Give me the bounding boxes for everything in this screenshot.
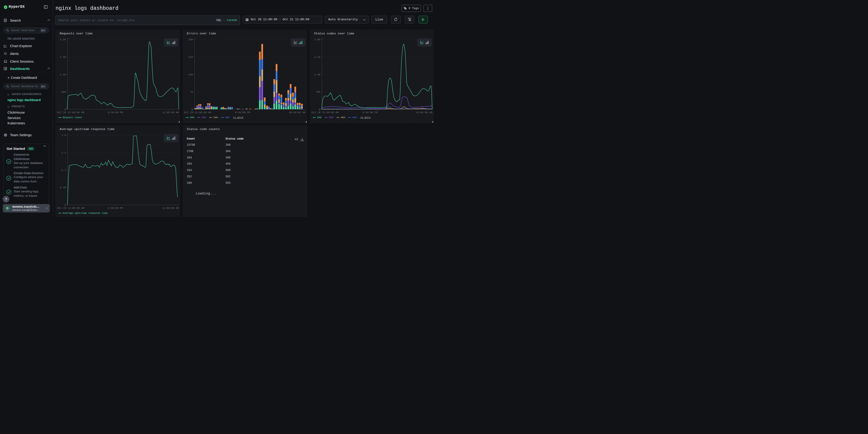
svg-text:1.4: 1.4 bbox=[61, 134, 66, 136]
svg-text:0: 0 bbox=[64, 204, 66, 206]
svg-text:1.6K: 1.6K bbox=[60, 73, 66, 76]
svg-text:2.1K: 2.1K bbox=[314, 56, 320, 58]
svg-text:1.4K: 1.4K bbox=[314, 73, 320, 76]
svg-text:Oct 20 11:00:00 AM: Oct 20 11:00:00 AM bbox=[311, 111, 339, 114]
svg-text:Oct 20 11:00:00 AM: Oct 20 11:00:00 AM bbox=[184, 111, 211, 114]
svg-text:9:30:00 PM: 9:30:00 PM bbox=[108, 207, 123, 209]
svg-text:9:30:00 PM: 9:30:00 PM bbox=[363, 111, 377, 114]
svg-text:2.4K: 2.4K bbox=[60, 56, 66, 58]
svg-text:800: 800 bbox=[61, 91, 66, 93]
svg-text:10:30:00 AM: 10:30:00 AM bbox=[288, 111, 305, 114]
svg-text:0: 0 bbox=[319, 108, 320, 111]
svg-text:Oct 20 11:00:00 AM: Oct 20 11:00:00 AM bbox=[57, 207, 84, 209]
svg-text:3.2K: 3.2K bbox=[60, 38, 66, 41]
svg-text:140: 140 bbox=[188, 73, 193, 76]
svg-text:9:30:00 PM: 9:30:00 PM bbox=[235, 111, 250, 114]
svg-text:70: 70 bbox=[190, 91, 193, 93]
svg-text:11:00:00 AM: 11:00:00 AM bbox=[162, 111, 179, 114]
svg-text:0: 0 bbox=[64, 108, 66, 111]
svg-text:0: 0 bbox=[191, 108, 193, 111]
svg-text:280: 280 bbox=[188, 38, 193, 41]
svg-text:2.8K: 2.8K bbox=[314, 38, 320, 41]
svg-text:9:30:00 PM: 9:30:00 PM bbox=[108, 111, 123, 114]
svg-text:1.1: 1.1 bbox=[61, 151, 66, 154]
svg-text:11:00:00 AM: 11:00:00 AM bbox=[416, 111, 432, 114]
svg-text:700: 700 bbox=[316, 91, 320, 93]
svg-text:0.7: 0.7 bbox=[61, 169, 66, 172]
svg-text:Oct 20 11:00:00 AM: Oct 20 11:00:00 AM bbox=[57, 111, 84, 114]
svg-text:0.35: 0.35 bbox=[60, 186, 66, 189]
svg-text:11:00:00 AM: 11:00:00 AM bbox=[162, 207, 179, 209]
svg-text:210: 210 bbox=[188, 56, 193, 58]
